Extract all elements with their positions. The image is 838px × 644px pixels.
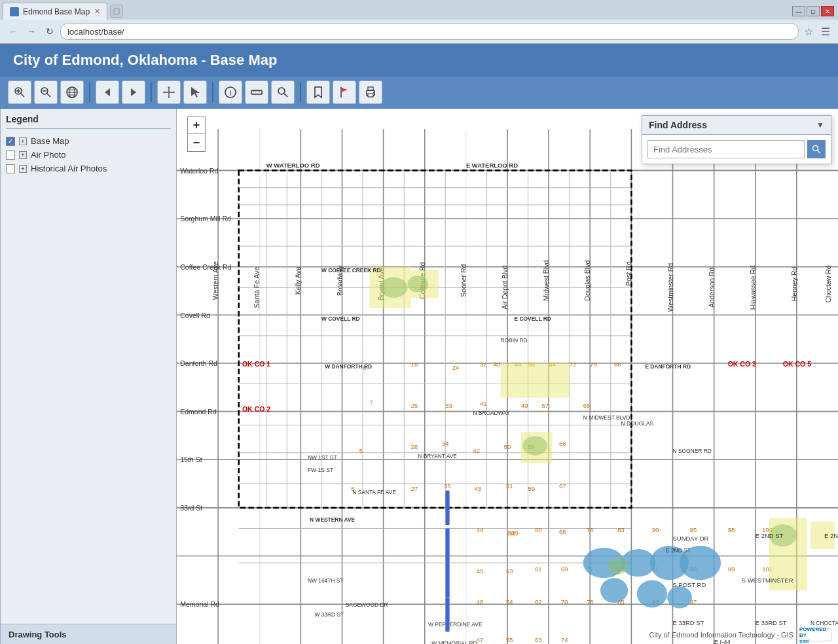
svg-text:Air Depot Blvd: Air Depot Blvd xyxy=(501,265,509,309)
svg-text:NW 164TH ST: NW 164TH ST xyxy=(308,577,344,584)
select-tool[interactable] xyxy=(183,80,207,104)
zoom-out-button[interactable]: − xyxy=(188,134,205,151)
map-area[interactable]: Western Ave Santa Fe Ave Kelly Ave Broad… xyxy=(177,109,838,644)
find-address-search-button[interactable] xyxy=(807,140,826,158)
svg-marker-13 xyxy=(131,88,136,96)
find-address-dropdown-arrow[interactable]: ▼ xyxy=(816,120,824,130)
zoom-out-tool[interactable] xyxy=(34,80,58,104)
zoom-in-button[interactable]: + xyxy=(188,117,205,134)
svg-rect-209 xyxy=(769,556,807,591)
svg-text:Waterloo Rd: Waterloo Rd xyxy=(180,167,218,175)
browser-menu-button[interactable]: ☰ xyxy=(818,24,833,39)
minimize-btn[interactable]: — xyxy=(792,6,805,16)
svg-text:74: 74 xyxy=(561,636,568,643)
address-bar[interactable] xyxy=(60,23,799,40)
svg-rect-16 xyxy=(251,90,262,94)
svg-marker-12 xyxy=(105,88,110,96)
svg-text:15th St: 15th St xyxy=(180,456,202,463)
air-photo-expand[interactable]: + xyxy=(19,151,27,159)
measure-tool[interactable] xyxy=(245,80,268,104)
svg-point-200 xyxy=(637,580,667,607)
bookmark-star-button[interactable]: ☆ xyxy=(801,24,816,39)
svg-text:S POST RD: S POST RD xyxy=(673,581,706,588)
svg-text:OK CO 3: OK CO 3 xyxy=(728,360,756,368)
air-photo-checkbox[interactable] xyxy=(6,151,15,160)
svg-text:95: 95 xyxy=(690,526,697,533)
svg-text:E 2ND ST: E 2ND ST xyxy=(666,547,691,554)
svg-text:49: 49 xyxy=(521,402,528,409)
svg-rect-249 xyxy=(445,598,449,632)
refresh-button[interactable]: ↻ xyxy=(42,24,58,39)
globe-tool[interactable] xyxy=(60,80,84,104)
legend-item-historical[interactable]: + Historical Air Photos xyxy=(6,162,171,175)
maximize-btn[interactable]: □ xyxy=(807,6,820,16)
svg-text:W MEMORIAL RD: W MEMORIAL RD xyxy=(431,640,477,644)
svg-line-251 xyxy=(818,151,821,154)
zoom-in-tool[interactable] xyxy=(8,80,31,104)
svg-text:Danforth Rd: Danforth Rd xyxy=(180,359,217,367)
browser-tab[interactable]: Edmond Base Map ✕ xyxy=(3,3,107,20)
svg-point-28 xyxy=(373,92,374,93)
svg-point-213 xyxy=(522,436,547,455)
svg-text:69: 69 xyxy=(561,565,568,573)
svg-point-21 xyxy=(278,88,285,94)
historical-checkbox[interactable] xyxy=(6,164,15,173)
svg-rect-246 xyxy=(445,491,449,526)
svg-text:i: i xyxy=(230,88,232,98)
svg-text:N BRYANT AVE: N BRYANT AVE xyxy=(418,453,457,459)
svg-rect-204 xyxy=(535,363,570,398)
base-map-label: Base Map xyxy=(31,136,69,146)
svg-rect-247 xyxy=(445,528,449,563)
svg-text:32: 32 xyxy=(480,361,487,368)
drawing-tools-footer[interactable]: Drawing Tools xyxy=(1,624,176,644)
svg-text:FW-1S ST: FW-1S ST xyxy=(308,467,333,473)
svg-text:E DANFORTH RD: E DANFORTH RD xyxy=(645,363,691,370)
forward-button[interactable]: → xyxy=(24,24,39,39)
tab-title: Edmond Base Map xyxy=(23,7,90,16)
svg-point-201 xyxy=(667,586,692,609)
svg-point-215 xyxy=(608,558,628,575)
close-btn[interactable]: ✕ xyxy=(821,6,834,16)
back-button[interactable]: ← xyxy=(5,24,21,39)
svg-text:25: 25 xyxy=(411,402,418,409)
tab-close-btn[interactable]: ✕ xyxy=(94,7,100,16)
svg-point-199 xyxy=(600,578,628,603)
sidebar: Legend + Base Map + Air Photo + Historic… xyxy=(0,109,177,644)
svg-text:46: 46 xyxy=(477,598,484,605)
svg-marker-23 xyxy=(315,87,321,98)
info-tool[interactable]: i xyxy=(219,80,242,104)
svg-text:Choctaw Rd: Choctaw Rd xyxy=(824,265,832,302)
svg-text:50: 50 xyxy=(504,443,511,450)
pan-tool[interactable] xyxy=(157,80,181,104)
historical-expand[interactable]: + xyxy=(19,165,27,173)
find-address-input[interactable] xyxy=(647,140,805,158)
legend-item-air-photo[interactable]: + Air Photo xyxy=(6,148,171,162)
print-tool[interactable] xyxy=(359,80,382,104)
svg-text:OK CO 2: OK CO 2 xyxy=(242,405,270,413)
new-tab-button[interactable]: □ xyxy=(110,5,123,18)
svg-text:35: 35 xyxy=(444,482,451,490)
svg-text:Post Rd: Post Rd xyxy=(625,261,632,286)
svg-text:83: 83 xyxy=(617,526,625,533)
find-tool[interactable] xyxy=(271,80,295,104)
svg-text:5: 5 xyxy=(359,447,363,454)
flag-tool[interactable] xyxy=(333,80,356,104)
svg-text:65: 65 xyxy=(583,402,591,409)
base-map-expand[interactable]: + xyxy=(19,137,27,145)
legend-item-base-map[interactable]: + Base Map xyxy=(6,134,171,148)
tab-favicon xyxy=(10,7,19,16)
svg-point-250 xyxy=(813,146,818,151)
svg-text:E 33RD ST: E 33RD ST xyxy=(756,619,787,626)
back-extent-tool[interactable] xyxy=(96,80,119,104)
svg-text:NW 1ST ST: NW 1ST ST xyxy=(308,454,337,461)
svg-text:51: 51 xyxy=(506,482,513,490)
bookmark-tool[interactable] xyxy=(306,80,330,104)
legend-title: Legend xyxy=(6,114,171,129)
svg-text:Sorghum Mill Rd: Sorghum Mill Rd xyxy=(180,215,231,223)
svg-text:SAGEWOOD DR: SAGEWOOD DR xyxy=(346,601,388,608)
esri-logo: POWERED BYesri xyxy=(799,628,831,641)
svg-text:16: 16 xyxy=(411,361,418,368)
base-map-checkbox[interactable] xyxy=(6,137,15,146)
browser-chrome: Edmond Base Map ✕ □ — □ ✕ ← → ↻ ☆ ☰ xyxy=(0,0,838,44)
forward-extent-tool[interactable] xyxy=(122,80,145,104)
